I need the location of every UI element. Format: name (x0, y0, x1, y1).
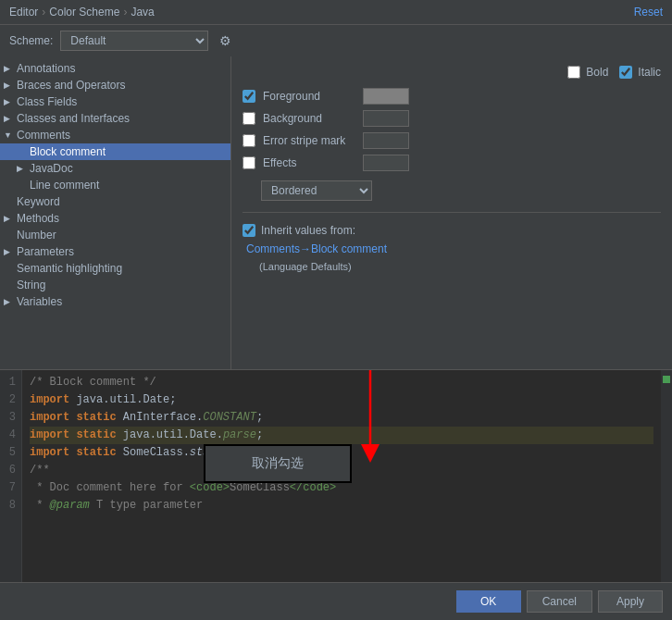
error-stripe-swatch[interactable] (363, 132, 409, 149)
popup-text: 取消勾选 (252, 455, 304, 470)
background-swatch[interactable] (363, 110, 409, 127)
gear-button[interactable]: ⚙ (216, 31, 235, 50)
tree-item-variables[interactable]: ▶ Variables (0, 293, 230, 310)
tree-item-javadoc[interactable]: ▶ JavaDoc (0, 160, 230, 177)
tree-item-line-comment[interactable]: Line comment (0, 177, 230, 193)
tree-item-class-fields[interactable]: ▶ Class Fields (0, 93, 230, 110)
tree-item-comments[interactable]: ▼ Comments (0, 127, 230, 143)
reset-link[interactable]: Reset (634, 6, 663, 19)
tree-item-annotations[interactable]: ▶ Annotations (0, 60, 230, 77)
right-gutter (661, 370, 672, 582)
kw-import-4: import (30, 427, 76, 444)
tree-label-parameters: Parameters (17, 245, 227, 258)
ok-button[interactable]: OK (456, 590, 521, 613)
line-numbers: 1 2 3 4 5 6 7 8 (0, 370, 22, 582)
foreground-row: Foreground (243, 88, 661, 105)
effects-row: Effects (243, 155, 661, 171)
tree-item-string[interactable]: String (0, 277, 230, 293)
expand-arrow-methods: ▶ (4, 214, 17, 223)
inherit-link[interactable]: Comments→Block comment (246, 242, 387, 255)
button-row: OK Cancel Apply (0, 582, 672, 620)
bold-checkbox[interactable] (567, 66, 580, 79)
tree-item-parameters[interactable]: ▶ Parameters (0, 243, 230, 260)
line-num-2: 2 (6, 391, 16, 409)
cancel-button[interactable]: Cancel (527, 590, 592, 613)
line-num-5: 5 (6, 444, 16, 462)
inherit-checkbox[interactable] (243, 224, 255, 237)
apply-button[interactable]: Apply (598, 590, 663, 613)
expand-arrow-parameters: ▶ (4, 247, 17, 256)
semi-3: ; (256, 409, 263, 427)
inherit-link-wrapper: Comments→Block comment (246, 242, 661, 255)
breadcrumb-editor: Editor (9, 6, 38, 19)
code-line-8: * @param T type parameter (30, 497, 653, 515)
kw-static-4: static (76, 427, 122, 444)
tree-label-annotations: Annotations (17, 62, 227, 75)
code-line-1: /* Block comment */ (30, 374, 653, 391)
foreground-swatch[interactable] (363, 88, 409, 105)
tree-label-block-comment: Block comment (30, 145, 227, 158)
tree-label-keyword: Keyword (17, 195, 227, 208)
tree-label-number: Number (17, 229, 227, 242)
kw-import-2: import (30, 391, 76, 409)
gutter-mark (663, 376, 670, 383)
scheme-select[interactable]: Default (60, 31, 208, 51)
tree-label-comments: Comments (17, 129, 227, 142)
effects-checkbox[interactable] (243, 156, 255, 169)
expand-arrow-braces: ▶ (4, 81, 17, 90)
italic-label: Italic (638, 66, 661, 79)
effects-dropdown-wrapper: Bordered (261, 177, 661, 201)
expand-arrow-class-fields: ▶ (4, 97, 17, 106)
expand-arrow-variables: ▶ (4, 297, 17, 306)
tree-label-javadoc: JavaDoc (30, 162, 227, 175)
inherit-row: Inherit values from: (243, 224, 661, 237)
tree-label-methods: Methods (17, 212, 227, 225)
tree-item-methods[interactable]: ▶ Methods (0, 210, 230, 227)
comment-8b: T type parameter (90, 497, 203, 515)
effects-label: Effects (263, 156, 355, 169)
effects-dropdown[interactable]: Bordered (261, 180, 372, 201)
foreground-checkbox[interactable] (243, 90, 255, 103)
error-stripe-checkbox[interactable] (243, 134, 255, 147)
expand-arrow-comments: ▼ (4, 130, 17, 140)
comment-text-1: /* Block comment */ (30, 374, 156, 391)
tree-item-classes-interfaces[interactable]: ▶ Classes and Interfaces (0, 110, 230, 127)
expand-arrow-classes-interfaces: ▶ (4, 114, 17, 123)
background-checkbox[interactable] (243, 112, 255, 125)
bold-label: Bold (586, 66, 608, 79)
breadcrumb-color-scheme: Color Scheme (49, 6, 119, 19)
bold-checkbox-row: Bold (567, 66, 608, 79)
tree-item-semantic[interactable]: Semantic highlighting (0, 260, 230, 277)
plain-4: java.util.Date. (123, 427, 223, 444)
line-num-7: 7 (6, 479, 16, 497)
comment-6: /** (30, 462, 50, 479)
plain-3: AnInterface. (123, 409, 203, 427)
italic-checkbox[interactable] (619, 66, 632, 79)
breadcrumb-sep-2: › (123, 6, 127, 19)
kw-static-3: static (76, 409, 122, 427)
tree-item-block-comment[interactable]: Block comment (0, 143, 230, 160)
tree-item-braces[interactable]: ▶ Braces and Operators (0, 77, 230, 93)
tree-label-class-fields: Class Fields (17, 95, 227, 108)
breadcrumb-bar: Editor › Color Scheme › Java Reset (0, 0, 672, 25)
effects-swatch[interactable] (363, 155, 409, 171)
kw-import-3: import (30, 409, 76, 427)
tree-item-number[interactable]: Number (0, 227, 230, 243)
line-num-1: 1 (6, 374, 16, 391)
tree-label-line-comment: Line comment (30, 179, 227, 192)
error-stripe-row: Error stripe mark (243, 132, 661, 149)
breadcrumb-sep-1: › (42, 6, 45, 19)
plain-2: java.util.Date; (76, 391, 176, 409)
line-num-4: 4 (6, 427, 16, 444)
line-num-3: 3 (6, 409, 16, 427)
param-tag-8: @param (50, 497, 90, 515)
preview-panel: 1 2 3 4 5 6 7 8 /* Block comment */ impo… (0, 369, 672, 582)
inherit-sub: (Language Defaults) (259, 261, 661, 272)
tree-item-keyword[interactable]: Keyword (0, 193, 230, 210)
comment-8a: * (30, 497, 50, 515)
line-num-6: 6 (6, 462, 16, 479)
breadcrumb: Editor › Color Scheme › Java (9, 6, 155, 19)
plain-5: SomeClass. (123, 444, 190, 462)
inherit-label: Inherit values from: (261, 224, 355, 237)
tree-panel: ▶ Annotations ▶ Braces and Operators ▶ C… (0, 56, 231, 369)
